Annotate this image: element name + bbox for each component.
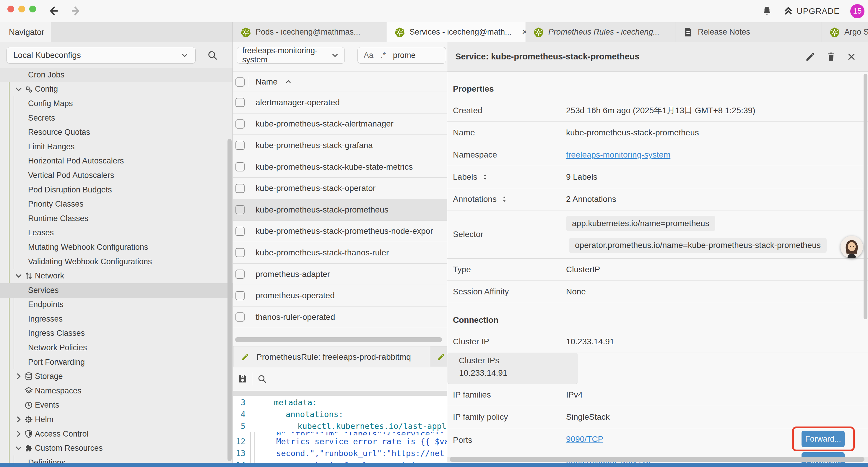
table-row-prometheus-operated[interactable]: prometheus-operated [233,285,447,307]
tab-prometheus-rules-icecheng[interactable]: Prometheus Rules - icecheng... [526,22,675,42]
table-search-input[interactable]: Aa .* prome [358,47,446,63]
table-row-kube-prometheus-stack-kube-state-metrics[interactable]: kube-prometheus-stack-kube-state-metrics [233,156,447,178]
edit-pencil-icon[interactable] [805,52,816,62]
sidebar-item-vertical-pod-autoscalers[interactable]: Vertical Pod Autoscalers [0,168,233,183]
sidebar-item-port-forwarding[interactable]: Port Forwarding [0,355,233,370]
table-row-kube-prometheus-stack-alertmanager[interactable]: kube-prometheus-stack-alertmanager [233,114,447,135]
row-checkbox[interactable] [236,313,245,322]
detail-label-text: Labels [453,172,477,182]
sidebar-item-ingresses[interactable]: Ingresses [0,312,233,326]
chevron-down-icon[interactable] [14,271,23,280]
table-row-alertmanager-operated[interactable]: alertmanager-operated [233,92,447,114]
sort-ascending-icon[interactable] [284,78,292,86]
row-checkbox[interactable] [236,184,245,193]
table-row-kube-prometheus-stack-thanos-ruler[interactable]: kube-prometheus-stack-thanos-ruler [233,242,447,264]
row-checkbox[interactable] [236,141,245,150]
tab-services-icecheng-math[interactable]: Services - icecheng@math...✕ [387,22,526,42]
tab-pods-icecheng-mathmas[interactable]: Pods - icecheng@mathmas... [233,22,387,42]
code-link[interactable]: https://net [392,449,444,458]
table-row-prometheus-adapter[interactable]: prometheus-adapter [233,264,447,285]
row-checkbox[interactable] [236,291,245,300]
forward-arrow-icon[interactable] [68,4,83,18]
avatar[interactable] [840,236,863,258]
sidebar-item-storage[interactable]: Storage [0,369,233,384]
sidebar-item-endpoints[interactable]: Endpoints [0,298,233,312]
table-row-thanos-ruler-operated[interactable]: thanos-ruler-operated [233,307,447,328]
yaml-editor[interactable]: 3metadata:4annotations:5kubectl.kubernet… [233,396,447,463]
sidebar-item-access-control[interactable]: Access Control [0,427,233,441]
sort-updown-icon[interactable] [482,174,489,181]
chevron-right-icon[interactable] [14,415,23,424]
close-window-button[interactable] [7,6,14,12]
row-checkbox[interactable] [236,162,245,171]
sidebar-item-cron-jobs[interactable]: Cron Jobs [0,68,233,82]
maximize-window-button[interactable] [29,6,36,12]
navigator-panel-tab[interactable]: Navigator [0,22,51,42]
sidebar-item-network[interactable]: Network [0,269,233,283]
sidebar-item-namespaces[interactable]: Namespaces [0,384,233,398]
prometheusrule-editor-tab[interactable]: PrometheusRule: freeleaps-prod-rabbitmq [234,346,430,368]
sidebar-item-resource-quotas[interactable]: Resource Quotas [0,125,233,140]
close-icon[interactable] [846,52,857,62]
detail-vertical-scrollbar[interactable] [864,74,867,319]
sidebar-item-pod-disruption-budgets[interactable]: Pod Disruption Budgets [0,183,233,197]
sidebar-item-mutating-webhook-configurations[interactable]: Mutating Webhook Configurations [0,240,233,255]
kubeconfig-select[interactable]: Local Kubeconfigs [6,47,195,63]
port-link[interactable]: 9090/TCP [566,435,603,444]
sidebar-item-horizontal-pod-autoscalers[interactable]: Horizontal Pod Autoscalers [0,154,233,169]
sidebar-search-icon[interactable] [207,50,218,61]
back-arrow-icon[interactable] [47,4,61,18]
row-checkbox[interactable] [236,205,245,214]
sidebar-item-definitions[interactable]: Definitions [0,456,233,463]
second-editor-tab[interactable] [430,346,447,368]
table-horizontal-scrollbar[interactable] [235,337,442,342]
sidebar-item-limit-ranges[interactable]: Limit Ranges [0,140,233,154]
select-all-checkbox[interactable] [236,78,245,87]
chevron-right-icon[interactable] [14,430,23,438]
row-checkbox[interactable] [236,227,245,236]
chevron-down-icon[interactable] [14,444,23,453]
sidebar-item-config-maps[interactable]: Config Maps [0,96,233,111]
sidebar-item-secrets[interactable]: Secrets [0,111,233,125]
table-row-kube-prometheus-stack-operator[interactable]: kube-prometheus-stack-operator [233,178,447,199]
table-row-kube-prometheus-stack-prometheus-node-expor[interactable]: kube-prometheus-stack-prometheus-node-ex… [233,221,447,242]
chevron-right-icon[interactable] [14,372,23,381]
row-checkbox[interactable] [236,98,245,107]
editor-search-icon[interactable] [257,374,267,384]
sidebar-scrollbar[interactable] [227,139,231,461]
tab-release-notes[interactable]: Release Notes [675,22,822,42]
row-checkbox[interactable] [236,248,245,257]
match-case-toggle[interactable]: Aa [364,51,373,60]
sidebar-item-priority-classes[interactable]: Priority Classes [0,197,233,211]
tab-close-icon[interactable]: ✕ [522,28,526,37]
save-icon[interactable] [237,374,248,384]
tab-argo-se[interactable]: Argo Se [822,22,868,42]
detail-horizontal-scrollbar[interactable] [450,457,864,462]
sort-updown-icon[interactable] [501,196,508,203]
sidebar-item-leases[interactable]: Leases [0,226,233,240]
detail-label-text: Created [453,106,483,115]
sidebar-item-network-policies[interactable]: Network Policies [0,341,233,355]
row-checkbox[interactable] [236,269,245,279]
upgrade-button[interactable]: UPGRADE [783,6,840,16]
sidebar-item-services[interactable]: Services [0,283,233,298]
sidebar-item-validating-webhook-configurations[interactable]: Validating Webhook Configurations [0,255,233,269]
sidebar-item-custom-resources[interactable]: Custom Resources [0,441,233,456]
sidebar-item-config[interactable]: Config [0,82,233,97]
chevron-down-icon[interactable] [14,85,23,94]
minimize-window-button[interactable] [18,6,25,12]
notification-count-badge[interactable]: 15 [850,4,864,18]
sidebar-item-ingress-classes[interactable]: Ingress Classes [0,326,233,341]
row-checkbox[interactable] [236,119,245,128]
table-row-kube-prometheus-stack-grafana[interactable]: kube-prometheus-stack-grafana [233,135,447,156]
sidebar-item-helm[interactable]: Helm [0,412,233,427]
name-column-header[interactable]: Name [255,77,278,87]
sidebar-item-runtime-classes[interactable]: Runtime Classes [0,211,233,226]
namespace-select[interactable]: freeleaps-monitoring-system [237,47,345,63]
notifications-bell-icon[interactable] [761,6,773,17]
table-row-kube-prometheus-stack-prometheus[interactable]: kube-prometheus-stack-prometheus [233,199,447,221]
namespace-link[interactable]: freeleaps-monitoring-system [566,150,670,159]
sidebar-item-events[interactable]: Events [0,398,233,413]
delete-trash-icon[interactable] [826,52,836,62]
regex-toggle[interactable]: .* [380,51,386,60]
